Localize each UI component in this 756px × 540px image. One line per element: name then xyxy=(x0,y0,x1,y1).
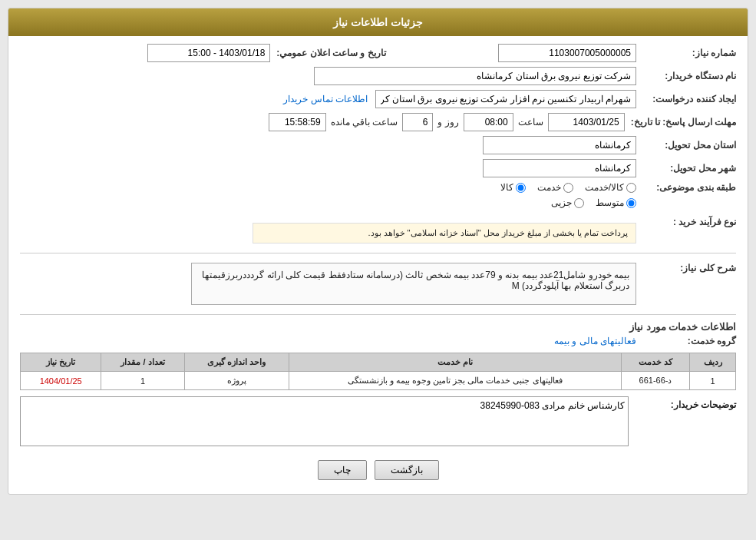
service-group-link[interactable]: فعاليتهاى مالى و بيمه xyxy=(554,336,636,346)
section-divider-1 xyxy=(20,253,736,253)
delivery-province-input[interactable] xyxy=(483,136,636,154)
delivery-city-input[interactable] xyxy=(483,159,636,177)
category-option-goods-service[interactable]: كالا/خدمت xyxy=(585,182,636,193)
delivery-city-label: شهر محل تحويل: xyxy=(636,163,736,174)
days-input[interactable] xyxy=(402,113,433,131)
contact-info-link[interactable]: اطلاعات تماس خريدار xyxy=(283,94,368,104)
days-label: روز و xyxy=(437,117,458,128)
buyer-org-label: نام دستگاه خريدار: xyxy=(636,71,736,81)
response-deadline-label: مهلت ارسال پاسخ: تا تاريخ: xyxy=(625,117,736,128)
need-number-input[interactable] xyxy=(498,44,636,62)
purchase-type-partial[interactable]: جزيى xyxy=(551,197,584,208)
services-table: رديف كد خدمت نام خدمت واحد اندازه گيرى ت… xyxy=(20,353,736,390)
service-group-label: گروه خدمت: xyxy=(636,336,736,346)
col-row-num: رديف xyxy=(690,353,736,372)
category-label: طبقه بندى موضوعى: xyxy=(636,182,736,193)
response-time-label: ساعت xyxy=(518,117,543,128)
cell-service-code: د-66-661 xyxy=(621,372,689,390)
response-time-input[interactable] xyxy=(464,113,513,131)
remaining-time-input[interactable] xyxy=(269,113,326,131)
buyer-comments-label: توضيحات خريدار: xyxy=(636,396,736,410)
creator-input[interactable] xyxy=(375,90,636,108)
col-service-name: نام خدمت xyxy=(289,353,621,372)
category-option-goods[interactable]: كالا xyxy=(500,182,526,193)
announcement-date-label: تاريخ و ساعت اعلان عمومي: xyxy=(270,48,385,58)
table-row: 1 د-66-661 فعاليتهاى جنبى خدمات مالى بجز… xyxy=(21,372,736,390)
response-date-input[interactable] xyxy=(548,113,625,131)
cell-service-name: فعاليتهاى جنبى خدمات مالى بجز تامين وجوه… xyxy=(289,372,621,390)
description-label: شرح كلى نياز: xyxy=(636,260,736,273)
category-option-service[interactable]: خدمت xyxy=(537,182,573,193)
col-date: تاريخ نياز xyxy=(21,353,101,372)
description-box: بيمه خودرو شامل21عدد بيمه بدنه و 79عدد ب… xyxy=(191,263,636,305)
cell-unit: پروژه xyxy=(184,372,289,390)
need-number-label: شماره نياز: xyxy=(636,48,736,58)
delivery-province-label: استان محل تحويل: xyxy=(636,140,736,151)
button-row: بازگشت چاپ xyxy=(20,451,736,486)
buyer-org-input[interactable] xyxy=(314,67,636,85)
creator-label: ايجاد كننده درخواست: xyxy=(636,94,736,104)
buyer-comments-textarea[interactable] xyxy=(20,396,629,446)
cell-date: 1404/01/25 xyxy=(21,372,101,390)
purchase-notice: پرداخت تمام يا بخشى از مبلغ خريداز محل "… xyxy=(253,223,636,243)
purchase-type-label: نوع فرآيند خريد : xyxy=(636,217,736,227)
col-quantity: تعداد / مقدار xyxy=(101,353,184,372)
print-button[interactable]: چاپ xyxy=(318,460,367,480)
section-divider-2 xyxy=(20,314,736,315)
cell-row-num: 1 xyxy=(690,372,736,390)
announcement-date-input[interactable] xyxy=(147,44,270,62)
col-service-code: كد خدمت xyxy=(621,353,689,372)
panel-title: جزئيات اطلاعات نياز xyxy=(8,8,748,36)
remaining-time-label: ساعت باقي مانده xyxy=(331,117,398,128)
services-info-title: اطلاعات خدمات مورد نياز xyxy=(20,321,736,333)
buyer-comments-section: توضيحات خريدار: xyxy=(20,396,736,446)
col-unit: واحد اندازه گيرى xyxy=(184,353,289,372)
purchase-type-medium[interactable]: متوسط xyxy=(596,197,636,208)
back-button[interactable]: بازگشت xyxy=(375,460,439,480)
cell-quantity: 1 xyxy=(101,372,184,390)
